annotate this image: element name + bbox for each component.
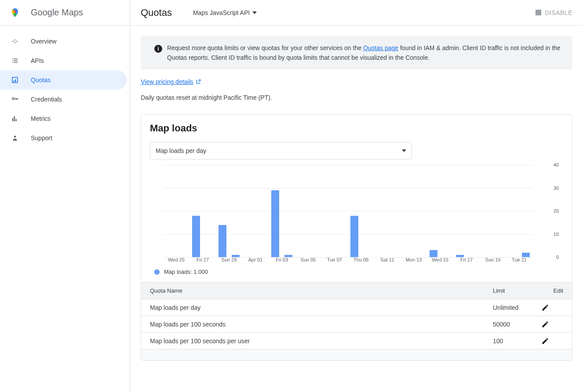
quota-name: Map loads per 100 seconds bbox=[150, 321, 493, 328]
y-tick-label: 40 bbox=[554, 162, 559, 167]
sidebar-item-support[interactable]: Support bbox=[0, 128, 130, 148]
sidebar-item-label: Quotas bbox=[31, 76, 51, 83]
sidebar-item-metrics[interactable]: Metrics bbox=[0, 109, 130, 128]
x-tick-label: Sat 11 bbox=[374, 257, 401, 266]
banner-text-before: Request more quota limits or view quotas… bbox=[167, 44, 363, 51]
edit-icon[interactable] bbox=[541, 320, 563, 328]
quotas-page-link[interactable]: Quotas page bbox=[363, 44, 398, 51]
quota-name: Map loads per 100 seconds per user bbox=[150, 338, 493, 345]
metric-selector-label: Map loads per day bbox=[156, 147, 206, 154]
svg-point-0 bbox=[14, 10, 16, 12]
col-header-name: Quota Name bbox=[150, 287, 493, 294]
sidebar-item-label: Metrics bbox=[31, 115, 51, 122]
api-selector-label: Maps JavaScript API bbox=[193, 9, 250, 16]
page-title: Quotas bbox=[141, 7, 172, 18]
api-selector[interactable]: Maps JavaScript API bbox=[193, 9, 257, 16]
x-tick-label: Tue 21 bbox=[506, 257, 532, 266]
stop-icon bbox=[536, 10, 541, 15]
caret-down-icon bbox=[252, 11, 257, 14]
col-header-edit: Edit bbox=[541, 287, 563, 294]
sidebar-item-label: Overview bbox=[31, 38, 56, 45]
product-title: Google Maps bbox=[31, 7, 83, 18]
x-tick-label: Wed 15 bbox=[427, 257, 453, 266]
person-icon bbox=[10, 134, 20, 142]
sidebar-item-credentials[interactable]: Credentials bbox=[0, 90, 130, 109]
sidebar: Google Maps Overview APIs Quotas Credent… bbox=[0, 0, 130, 392]
x-tick-label: Fri 17 bbox=[453, 257, 480, 266]
y-tick-label: 20 bbox=[554, 208, 559, 214]
pricing-details-link[interactable]: View pricing details bbox=[141, 78, 201, 85]
quota-limit: 50000 bbox=[493, 321, 541, 328]
table-header: Quota Name Limit Edit bbox=[141, 282, 572, 299]
sidebar-item-overview[interactable]: Overview bbox=[0, 32, 130, 51]
x-tick-label: Sun 05 bbox=[295, 257, 321, 266]
sidebar-item-label: Support bbox=[31, 134, 52, 142]
main-header: Quotas Maps JavaScript API DISABLE bbox=[130, 0, 583, 25]
map-loads-card: Map loads Map loads per day 010203040 We… bbox=[141, 114, 572, 361]
x-tick-label: Wed 25 bbox=[163, 257, 189, 266]
key-icon bbox=[10, 95, 20, 103]
chart-legend: Map loads: 1.000 bbox=[141, 269, 572, 282]
chart-bar bbox=[219, 225, 226, 258]
table-row: Map loads per dayUnlimited bbox=[141, 299, 572, 316]
quota-limit: 100 bbox=[493, 338, 541, 345]
x-tick-label: Mon 13 bbox=[401, 257, 427, 266]
chart-bar bbox=[271, 190, 279, 257]
x-tick-label: Sun 19 bbox=[480, 257, 506, 266]
y-tick-label: 0 bbox=[556, 254, 559, 260]
disable-label: DISABLE bbox=[545, 9, 572, 16]
quota-table: Quota Name Limit Edit Map loads per dayU… bbox=[141, 282, 572, 360]
x-tick-label: Apr 01 bbox=[242, 257, 269, 266]
x-tick-label: Sun 29 bbox=[216, 257, 242, 266]
list-icon bbox=[10, 57, 20, 65]
sidebar-item-label: Credentials bbox=[31, 96, 62, 103]
bar-chart-icon bbox=[10, 115, 20, 123]
card-title: Map loads bbox=[141, 123, 572, 134]
api-icon bbox=[10, 37, 20, 45]
chart-bar bbox=[350, 216, 358, 258]
y-tick-label: 10 bbox=[554, 232, 559, 237]
table-row: Map loads per 100 seconds per user100 bbox=[141, 332, 572, 349]
x-tick-label: Fri 03 bbox=[269, 257, 295, 266]
quota-name: Map loads per day bbox=[150, 304, 493, 311]
x-tick-label: Fri 27 bbox=[189, 257, 216, 266]
edit-icon[interactable] bbox=[541, 304, 563, 312]
y-tick-label: 30 bbox=[554, 185, 559, 191]
x-tick-label: Tue 07 bbox=[321, 257, 348, 266]
legend-label: Map loads: 1.000 bbox=[164, 269, 208, 275]
disable-button[interactable]: DISABLE bbox=[536, 9, 572, 16]
google-maps-pin-icon bbox=[10, 7, 20, 18]
table-row: Map loads per 100 seconds50000 bbox=[141, 316, 572, 332]
main-panel: Quotas Maps JavaScript API DISABLE i Req… bbox=[130, 0, 583, 392]
chart-bar bbox=[430, 250, 437, 257]
chart-bar bbox=[192, 216, 200, 258]
info-icon: i bbox=[149, 43, 167, 53]
chart-bar bbox=[522, 253, 530, 258]
info-banner: i Request more quota limits or view quot… bbox=[141, 36, 572, 69]
caret-down-icon bbox=[402, 149, 406, 152]
col-header-limit: Limit bbox=[493, 287, 541, 294]
quota-limit: Unlimited bbox=[493, 304, 541, 311]
sidebar-item-quotas[interactable]: Quotas bbox=[0, 70, 127, 90]
external-link-icon bbox=[195, 79, 201, 85]
sidebar-nav: Overview APIs Quotas Credentials Metrics… bbox=[0, 25, 130, 148]
reset-note: Daily quotas reset at midnight Pacific T… bbox=[141, 94, 572, 101]
table-footer bbox=[141, 349, 572, 360]
map-loads-chart: 010203040 Wed 25Fri 27Sun 29Apr 01Fri 03… bbox=[163, 165, 559, 266]
sidebar-header: Google Maps bbox=[0, 0, 130, 25]
edit-icon[interactable] bbox=[541, 337, 563, 345]
svg-point-1 bbox=[14, 136, 16, 138]
sidebar-item-label: APIs bbox=[31, 57, 44, 64]
metric-selector[interactable]: Map loads per day bbox=[150, 142, 412, 160]
legend-color-dot bbox=[154, 269, 160, 275]
sidebar-item-apis[interactable]: APIs bbox=[0, 51, 130, 70]
quota-icon bbox=[10, 76, 20, 84]
x-tick-label: Thu 09 bbox=[348, 257, 374, 266]
